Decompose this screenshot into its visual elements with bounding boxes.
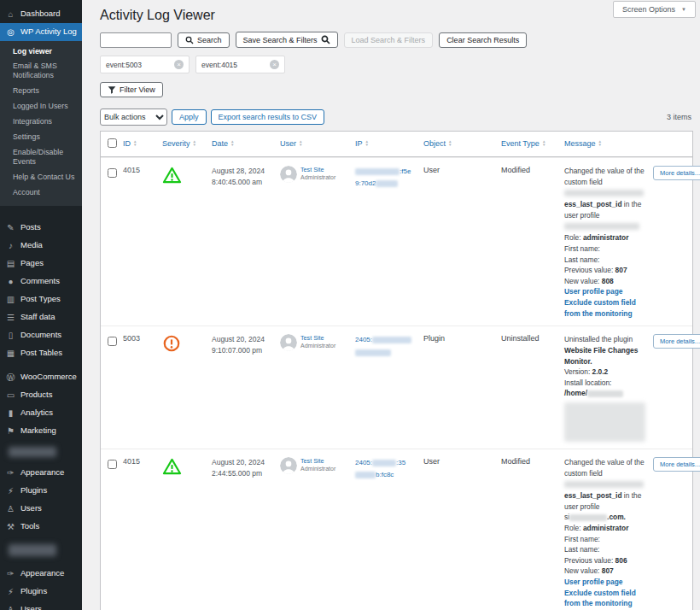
bulk-actions-select[interactable]: Bulk actions [100, 109, 167, 126]
sidebar-item-label: Dashboard [20, 9, 60, 19]
event-type: Uninstalled [501, 334, 564, 343]
redacted-sidebar-item [9, 544, 56, 556]
column-header[interactable]: ID ▲▼ [123, 139, 162, 148]
event-ip[interactable]: 2405::35 b:fc8c [355, 457, 423, 482]
exclude-custom-field-link[interactable]: Exclude custom field from the monitoring [564, 297, 647, 319]
remove-filter-icon[interactable]: × [270, 60, 279, 69]
sidebar-menu-group-commerce: Ⓦ WooCommerce ▭ Products ▮ Analytics ⚑ M… [0, 368, 82, 440]
sort-icon[interactable]: ▲▼ [133, 140, 137, 147]
sidebar-item[interactable]: ▥ Post Types [0, 290, 82, 308]
sidebar-subitem[interactable]: Reports [0, 84, 82, 99]
redacted-ip [355, 349, 391, 356]
apply-button[interactable]: Apply [172, 109, 207, 125]
sidebar-subitem[interactable]: Account [0, 185, 82, 201]
sidebar-item[interactable]: ♙ Users [0, 601, 82, 610]
sidebar-item[interactable]: ♪ Media [0, 237, 82, 255]
sidebar-item[interactable]: ⚡ Plugins [0, 583, 82, 601]
more-details-button[interactable]: More details... [653, 334, 700, 349]
sidebar-item[interactable]: ♙ Users [0, 500, 82, 518]
load-search-filters-button[interactable]: Load Search & Filters [344, 32, 434, 48]
clear-search-results-button[interactable]: Clear Search Results [439, 32, 527, 48]
sort-icon[interactable]: ▲▼ [230, 140, 234, 147]
event-message: Changed the value of the custom field es… [564, 166, 700, 319]
sidebar-item-label: Post Tables [20, 349, 62, 358]
sidebar-subitem[interactable]: Integrations [0, 114, 82, 130]
sidebar-item[interactable]: ✑ Appearance [0, 464, 82, 482]
filter-chip: event:5003 × [100, 56, 190, 73]
sidebar-item-wp-activity-log[interactable]: ◎ WP Activity Log [0, 23, 82, 41]
export-csv-button[interactable]: Export search results to CSV [211, 109, 325, 125]
table-row: 4015 August 28, 20248:40:45.000 am Test … [101, 157, 692, 326]
sidebar-subitem[interactable]: Settings [0, 130, 82, 145]
sidebar-item[interactable]: ⚑ Marketing [0, 422, 82, 440]
exclude-custom-field-link[interactable]: Exclude custom field from the monitoring [564, 588, 647, 609]
user-link[interactable]: Test Site [300, 457, 335, 465]
sidebar-item-label: Analytics [20, 408, 53, 418]
sidebar-item-label: Products [20, 390, 53, 400]
sidebar-item-dashboard[interactable]: ⌂ Dashboard [0, 5, 82, 23]
search-input[interactable] [100, 32, 172, 48]
plugins-icon: ⚡ [6, 587, 15, 596]
more-details-button[interactable]: More details... [653, 457, 700, 472]
tools-icon: ⚒ [6, 522, 15, 531]
sidebar-item[interactable]: ▦ Post Tables [0, 344, 82, 362]
screen-options-button[interactable]: Screen Options ▼ [613, 1, 696, 18]
sidebar-item[interactable]: ⚒ Tools [0, 518, 82, 536]
row-checkbox[interactable] [108, 460, 117, 469]
sidebar-item[interactable]: ☰ Staff data [0, 308, 82, 326]
redacted-ip [372, 337, 411, 343]
sidebar-item[interactable]: ⚡ Plugins [0, 482, 82, 500]
user-link[interactable]: Test Site [300, 334, 335, 342]
row-checkbox[interactable] [108, 337, 117, 346]
table-row: 5003 August 20, 20249:10:07.000 pm Test … [101, 326, 692, 449]
sidebar-subitem[interactable]: Enable/Disable Events [0, 145, 82, 170]
column-header[interactable]: Date ▲▼ [212, 139, 280, 148]
sidebar-item[interactable]: ▭ Products [0, 386, 82, 404]
sort-icon[interactable]: ▲▼ [542, 140, 545, 147]
severity-warning-icon [162, 166, 212, 189]
sort-icon[interactable]: ▲▼ [598, 140, 602, 147]
sort-icon[interactable]: ▲▼ [299, 140, 302, 147]
post-tables-icon: ▦ [6, 349, 15, 358]
sidebar-item[interactable]: Ⓦ WooCommerce [0, 368, 82, 386]
sort-icon[interactable]: ▲▼ [365, 140, 369, 147]
column-header[interactable]: Severity ▲▼ [162, 139, 212, 148]
row-checkbox[interactable] [108, 168, 117, 178]
sidebar-menu-group-admin: ✑ Appearance ⚡ Plugins ♙ Users ⚒ Tools ⚙… [0, 565, 82, 610]
sidebar-item-label: Posts [20, 223, 41, 232]
column-header[interactable]: Message ▲▼ [564, 139, 692, 148]
items-count: 3 items [667, 113, 693, 121]
sort-icon[interactable]: ▲▼ [193, 140, 196, 147]
sidebar-item[interactable]: ▤ Pages [0, 255, 82, 273]
sidebar-subitem[interactable]: Email & SMS Notifications [0, 59, 82, 84]
user-profile-page-link[interactable]: User profile page [564, 577, 647, 588]
remove-filter-icon[interactable]: × [174, 60, 184, 69]
user-profile-page-link[interactable]: User profile page [564, 286, 647, 297]
search-button[interactable]: Search [178, 32, 230, 48]
sidebar-subitem[interactable]: Logged In Users [0, 99, 82, 114]
sidebar-item-label: Pages [20, 259, 44, 268]
event-ip[interactable]: :f5e 9:70d2 [355, 166, 423, 191]
user-link[interactable]: Test Site [300, 166, 335, 173]
save-search-filters-button[interactable]: Save Search & Filters [236, 32, 338, 48]
event-user: Test Site Administrator [280, 334, 355, 351]
column-header[interactable]: Event Type ▲▼ [501, 139, 564, 148]
column-header[interactable]: Object ▲▼ [423, 139, 501, 148]
select-all-checkbox[interactable] [108, 138, 117, 148]
column-header[interactable]: User ▲▼ [280, 139, 355, 148]
sidebar-item[interactable]: ▮ Analytics [0, 404, 82, 422]
event-type: Modified [501, 166, 564, 174]
column-header[interactable]: IP ▲▼ [355, 139, 423, 148]
woocommerce-icon: Ⓦ [6, 372, 15, 382]
event-ip[interactable]: 2405: [355, 334, 423, 359]
sidebar-item[interactable]: ● Comments [0, 273, 82, 290]
sidebar-item[interactable]: ▯ Documents [0, 326, 82, 344]
sidebar-subitem[interactable]: Log viewer [0, 44, 82, 59]
filter-view-button[interactable]: Filter View [100, 82, 163, 97]
activity-log-table: ID ▲▼ Severity ▲▼ Date ▲▼ User ▲▼ [100, 131, 693, 610]
sort-icon[interactable]: ▲▼ [448, 140, 452, 147]
more-details-button[interactable]: More details... [653, 166, 700, 180]
sidebar-subitem[interactable]: Help & Contact Us [0, 170, 82, 185]
sidebar-item[interactable]: ✑ Appearance [0, 565, 82, 583]
sidebar-item[interactable]: ✎ Posts [0, 219, 82, 237]
